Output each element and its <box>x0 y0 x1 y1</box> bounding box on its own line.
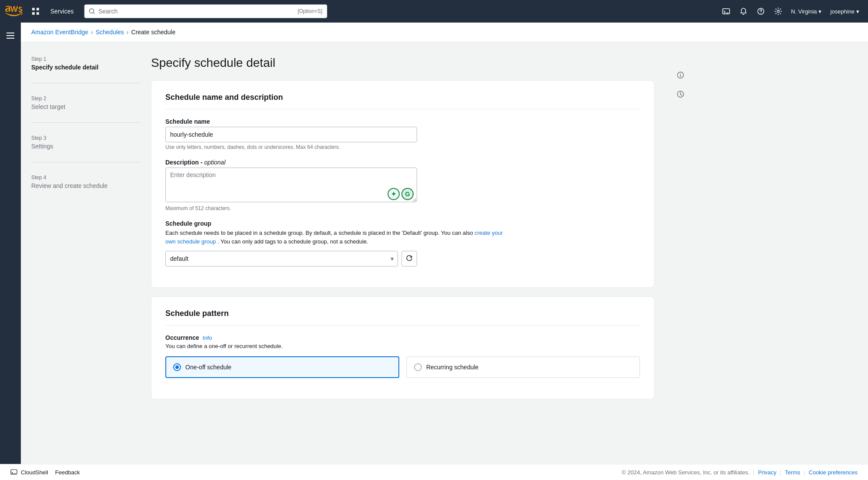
svg-rect-3 <box>36 12 39 15</box>
schedule-pattern-card-title: Schedule pattern <box>165 309 640 325</box>
footer: CloudShell Feedback © 2024, Amazon Web S… <box>0 464 868 480</box>
footer-sep-2: | <box>780 469 781 476</box>
textarea-ai-icons: ✦ G <box>388 188 414 200</box>
svg-line-19 <box>681 94 682 95</box>
footer-sep-1: | <box>753 469 754 476</box>
step-item-4: Step 4 Review and create schedule <box>31 174 141 201</box>
breadcrumb-schedules-link[interactable]: Schedules <box>95 29 124 36</box>
grid-icon-button[interactable] <box>28 3 43 19</box>
description-textarea-wrapper: ✦ G <box>165 168 417 204</box>
schedule-name-input[interactable] <box>165 127 417 142</box>
search-input[interactable] <box>99 8 294 15</box>
info-panel-button[interactable] <box>674 68 687 82</box>
page-title: Specify schedule detail <box>151 56 654 70</box>
step-2-label: Step 2 <box>31 95 141 102</box>
schedule-group-select-row: default ▾ <box>165 251 417 266</box>
breadcrumb-sep-2: › <box>127 29 129 36</box>
schedule-group-label: Schedule group <box>165 220 640 227</box>
footer-sep-3: | <box>804 469 805 476</box>
breadcrumb-current: Create schedule <box>131 29 175 36</box>
svg-line-5 <box>93 13 95 14</box>
step-1-label: Step 1 <box>31 56 141 62</box>
sg-desc-text-2: . You can only add tags to a schedule gr… <box>217 238 368 245</box>
help-icon-button[interactable] <box>753 3 769 19</box>
svg-rect-1 <box>36 8 39 10</box>
privacy-link[interactable]: Privacy <box>758 469 776 476</box>
one-off-label: One-off schedule <box>185 364 231 371</box>
schedule-name-label: Schedule name <box>165 118 640 125</box>
cloudshell-label: CloudShell <box>21 469 48 476</box>
occurrence-label-text: Occurrence <box>165 334 199 341</box>
schedule-pattern-card: Schedule pattern Occurrence Info You can… <box>151 296 654 399</box>
schedule-group-select[interactable]: default <box>165 251 398 266</box>
feedback-button[interactable]: Feedback <box>55 469 80 476</box>
occurrence-field: Occurrence Info You can define a one-off… <box>165 334 640 378</box>
description-label: Description - optional <box>165 159 640 166</box>
occurrence-label-row: Occurrence Info <box>165 334 640 341</box>
occurrence-info-link[interactable]: Info <box>203 335 212 341</box>
schedule-group-select-wrapper: default ▾ <box>165 251 398 266</box>
refresh-button[interactable] <box>401 251 417 266</box>
recurring-option[interactable]: Recurring schedule <box>406 356 640 378</box>
cloudshell-footer-icon <box>10 469 17 476</box>
aws-logo <box>5 5 23 17</box>
ai-assist-icon-g[interactable]: G <box>401 188 414 200</box>
step-4-label: Step 4 <box>31 174 141 181</box>
step-item-1: Step 1 Specify schedule detail <box>31 56 141 83</box>
footer-left: CloudShell Feedback <box>10 469 80 476</box>
one-off-radio-circle <box>173 363 181 371</box>
recurring-label: Recurring schedule <box>426 364 479 371</box>
hamburger-menu-button[interactable] <box>3 28 18 43</box>
svg-point-10 <box>777 10 779 13</box>
schedule-name-hint: Use only letters, numbers, dashes, dots … <box>165 144 640 150</box>
content-area: Amazon EventBridge › Schedules › Create … <box>0 23 868 464</box>
svg-point-9 <box>760 13 761 13</box>
region-selector[interactable]: N. Virginia ▾ <box>788 7 825 16</box>
settings-icon-button[interactable] <box>770 3 786 19</box>
svg-rect-2 <box>32 12 35 15</box>
occurrence-radio-options: One-off schedule Recurring schedule <box>165 356 640 378</box>
search-shortcut: [Option+S] <box>298 8 322 14</box>
cloudshell-footer-button[interactable]: CloudShell <box>10 469 48 476</box>
main-content: Amazon EventBridge › Schedules › Create … <box>21 23 868 464</box>
refresh-icon <box>406 255 413 262</box>
step-2-title: Select target <box>31 103 141 110</box>
region-arrow: ▾ <box>819 8 822 15</box>
cloudshell-nav-icon[interactable] <box>718 3 734 19</box>
step-4-title: Review and create schedule <box>31 182 141 189</box>
user-arrow: ▾ <box>856 8 859 15</box>
footer-right: © 2024, Amazon Web Services, Inc. or its… <box>622 469 858 476</box>
description-textarea[interactable] <box>165 168 417 202</box>
schedule-name-card-title: Schedule name and description <box>165 93 640 109</box>
one-off-option[interactable]: One-off schedule <box>165 356 399 378</box>
stepper-sidebar: Step 1 Specify schedule detail Step 2 Se… <box>21 42 151 464</box>
user-menu[interactable]: josephine ▾ <box>827 7 863 16</box>
services-button[interactable]: Services <box>47 6 77 16</box>
recurring-radio-circle <box>414 363 422 371</box>
notifications-icon-button[interactable] <box>736 3 751 19</box>
description-field: Description - optional ✦ G Maximum of 51… <box>165 159 640 211</box>
svg-rect-0 <box>32 8 35 10</box>
step-1-title: Specify schedule detail <box>31 64 141 71</box>
search-bar: [Option+S] <box>84 4 327 18</box>
breadcrumb: Amazon EventBridge › Schedules › Create … <box>21 23 868 42</box>
ai-assist-icon-up[interactable]: ✦ <box>388 188 400 200</box>
step-3-label: Step 3 <box>31 135 141 141</box>
form-area: Specify schedule detail Schedule name an… <box>151 42 672 464</box>
occurrence-desc: You can define a one-off or recurrent sc… <box>165 343 640 349</box>
step-item-3: Step 3 Settings <box>31 135 141 162</box>
breadcrumb-sep-1: › <box>91 29 93 36</box>
breadcrumb-eventbridge-link[interactable]: Amazon EventBridge <box>31 29 89 36</box>
search-icon <box>89 8 95 14</box>
description-label-text: Description - <box>165 159 203 166</box>
left-rail <box>0 23 21 464</box>
schedule-group-description: Each schedule needs to be placed in a sc… <box>165 229 504 246</box>
step-item-2: Step 2 Select target <box>31 95 141 123</box>
description-hint: Maximum of 512 characters. <box>165 205 640 211</box>
footer-copyright: © 2024, Amazon Web Services, Inc. or its… <box>622 469 750 476</box>
schedule-group-field: Schedule group Each schedule needs to be… <box>165 220 640 266</box>
clock-panel-button[interactable] <box>674 87 687 101</box>
step-3-title: Settings <box>31 143 141 150</box>
terms-link[interactable]: Terms <box>785 469 800 476</box>
cookie-preferences-link[interactable]: Cookie preferences <box>809 469 858 476</box>
